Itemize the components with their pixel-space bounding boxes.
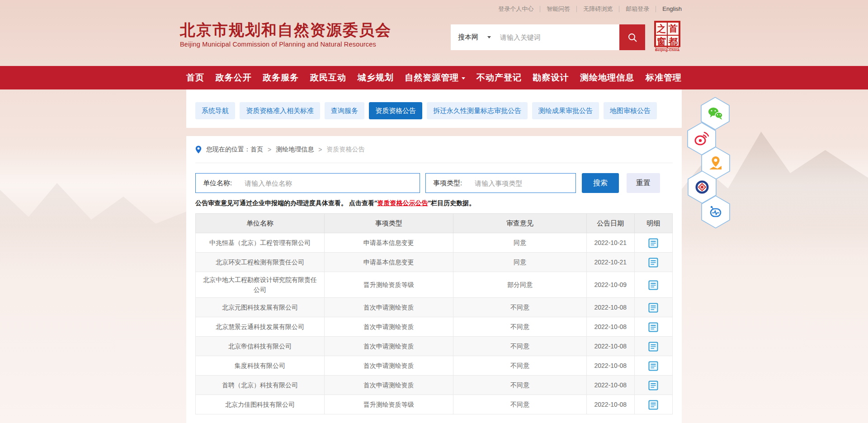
logo-char: 首: [667, 22, 679, 35]
cell-company: 北京慧景云通科技发展有限公司: [196, 317, 325, 337]
detail-document-icon[interactable]: [648, 280, 658, 290]
nav-item-home[interactable]: 首页: [186, 72, 204, 84]
nav-label: 勘察设计: [533, 72, 569, 84]
section-tab-strip: 系统导航 资质资格准入相关标准 查询服务 资质资格公告 拆迁永久性测量标志审批公…: [186, 89, 682, 128]
nav-item-gov-services[interactable]: 政务服务: [263, 72, 299, 84]
company-name-label: 单位名称:: [196, 179, 232, 188]
cell-company: 中兆恒基（北京）工程管理有限公司: [196, 233, 325, 253]
cell-date: 2022-10-08: [587, 395, 635, 414]
cell-company: 首聘（北京）科技有限公司: [196, 376, 325, 395]
nav-label: 标准管理: [646, 72, 682, 84]
wechat-icon: [707, 106, 723, 121]
cell-company: 北京帝信科技有限公司: [196, 337, 325, 356]
search-icon: [627, 32, 638, 43]
cell-matter-type: 首次申请测绘资质: [324, 356, 453, 376]
search-button[interactable]: 搜索: [582, 173, 619, 193]
chat-robot-icon: [708, 205, 723, 219]
cell-opinion: 不同意: [453, 395, 586, 414]
tab-qualification-standards[interactable]: 资质资格准入相关标准: [240, 102, 320, 119]
nav-item-standards-management[interactable]: 标准管理: [646, 72, 682, 84]
site-search-button[interactable]: [619, 24, 645, 50]
top-link-accessibility[interactable]: 无障碍浏览: [576, 6, 619, 12]
weibo-icon: [694, 132, 709, 146]
cell-opinion: 不同意: [453, 376, 586, 395]
nav-label: 政民互动: [310, 72, 346, 84]
cell-date: 2022-10-09: [587, 272, 635, 298]
breadcrumb-surveying-geoinfo[interactable]: 测绘地理信息: [276, 146, 314, 154]
detail-document-icon[interactable]: [648, 342, 658, 352]
detail-document-icon[interactable]: [648, 322, 658, 332]
announcements-table: 单位名称 事项类型 审查意见 公告日期 明细 中兆恒基（北京）工程管理有限公司 …: [195, 213, 673, 414]
cell-matter-type: 晋升测绘资质等级: [324, 395, 453, 414]
qualification-publicity-link[interactable]: 资质资格公示公告: [377, 199, 428, 207]
nav-label: 首页: [186, 72, 204, 84]
top-link-smart-qa[interactable]: 智能问答: [540, 6, 576, 12]
float-chat-robot-button[interactable]: [701, 195, 731, 229]
cell-matter-type: 晋升测绘资质等级: [324, 272, 453, 298]
detail-document-icon[interactable]: [648, 258, 658, 268]
capital-window-logo[interactable]: 之 首 窗 都 Beijing-China: [653, 21, 682, 52]
detail-document-icon[interactable]: [648, 381, 658, 390]
cell-opinion: 部分同意: [453, 272, 586, 298]
site-title-cn: 北京市规划和自然资源委员会: [180, 21, 392, 39]
nav-item-real-estate-registration[interactable]: 不动产登记: [476, 72, 522, 84]
detail-document-icon[interactable]: [648, 361, 658, 371]
breadcrumb-separator: >: [318, 146, 322, 153]
table-row: 北京中地大工程勘察设计研究院有限责任公司 晋升测绘资质等级 部分同意 2022-…: [196, 272, 673, 298]
nav-item-surveying-mapping-geoinfo[interactable]: 测绘地理信息: [580, 72, 634, 84]
detail-document-icon[interactable]: [648, 400, 658, 410]
notice-before: 公告审查意见可通过企业申报端的办理进度具体查看。 点击查看": [195, 199, 377, 207]
table-row: 北京元图科技发展有限公司 首次申请测绘资质 不同意 2022-10-08: [196, 298, 673, 317]
header-matter-type: 事项类型: [324, 214, 453, 233]
cell-matter-type: 申请基本信息变更: [324, 253, 453, 272]
nav-item-natural-resources[interactable]: 自然资源管理: [405, 72, 465, 84]
cell-opinion: 同意: [453, 253, 586, 272]
cell-date: 2022-10-08: [587, 356, 635, 376]
cell-opinion: 不同意: [453, 337, 586, 356]
site-title-en: Beijing Municipal Commission of Planning…: [180, 41, 392, 48]
cell-opinion: 不同意: [453, 317, 586, 337]
search-scope-select[interactable]: 搜本网: [451, 33, 496, 42]
table-row: 北京环安工程检测有限责任公司 申请基本信息变更 同意 2022-10-21: [196, 253, 673, 272]
top-link-mail-login[interactable]: 邮箱登录: [619, 6, 656, 12]
cell-opinion: 不同意: [453, 356, 586, 376]
cell-company: 北京力佳图科技有限公司: [196, 395, 325, 414]
cell-date: 2022-10-21: [587, 233, 635, 253]
table-row: 中兆恒基（北京）工程管理有限公司 申请基本信息变更 同意 2022-10-21: [196, 233, 673, 253]
tab-system-navigation[interactable]: 系统导航: [195, 102, 235, 119]
cell-matter-type: 首次申请测绘资质: [324, 298, 453, 317]
top-link-english[interactable]: English: [656, 6, 682, 12]
nav-item-urban-planning[interactable]: 城乡规划: [358, 72, 394, 84]
tab-demolition-survey-marker-approval[interactable]: 拆迁永久性测量标志审批公告: [427, 102, 528, 119]
cell-company: 北京环安工程检测有限责任公司: [196, 253, 325, 272]
tab-survey-results-approval[interactable]: 测绘成果审批公告: [532, 102, 599, 119]
nav-item-gov-affairs[interactable]: 政务公开: [216, 72, 252, 84]
breadcrumb: 您现在的位置： 首页 > 测绘地理信息 > 资质资格公告: [195, 136, 673, 163]
top-link-login-center[interactable]: 登录个人中心: [492, 6, 540, 12]
nav-label: 城乡规划: [358, 72, 394, 84]
matter-type-input[interactable]: [462, 179, 576, 187]
tab-map-review-announcements[interactable]: 地图审核公告: [604, 102, 657, 119]
capital-window-seal-icon: 之 首 窗 都: [654, 21, 680, 47]
nav-item-survey-design[interactable]: 勘察设计: [533, 72, 569, 84]
header-review-opinion: 审查意见: [453, 214, 586, 233]
tab-query-service[interactable]: 查询服务: [325, 102, 364, 119]
main-nav: 首页 政务公开 政务服务 政民互动 城乡规划 自然资源管理 不动产登记 勘察设计…: [0, 66, 868, 89]
logo-caption: Beijing-China: [653, 48, 682, 52]
tab-qualification-announcements[interactable]: 资质资格公告: [369, 102, 422, 119]
company-name-input[interactable]: [232, 179, 420, 187]
breadcrumb-home[interactable]: 首页: [250, 146, 263, 154]
cell-date: 2022-10-08: [587, 337, 635, 356]
table-row: 北京慧景云通科技发展有限公司 首次申请测绘资质 不同意 2022-10-08: [196, 317, 673, 337]
table-row: 首聘（北京）科技有限公司 首次申请测绘资质 不同意 2022-10-08: [196, 376, 673, 395]
notice-after: "栏目历史数据。: [428, 199, 476, 207]
cell-date: 2022-10-08: [587, 317, 635, 337]
nav-item-civic-interaction[interactable]: 政民互动: [310, 72, 346, 84]
reset-button[interactable]: 重置: [627, 173, 660, 193]
matter-type-field[interactable]: 事项类型:: [425, 173, 576, 193]
company-name-field[interactable]: 单位名称:: [195, 173, 420, 193]
detail-document-icon[interactable]: [648, 238, 658, 248]
site-search-input[interactable]: [496, 33, 619, 41]
detail-document-icon[interactable]: [648, 303, 658, 313]
location-pin-icon: [195, 146, 202, 154]
